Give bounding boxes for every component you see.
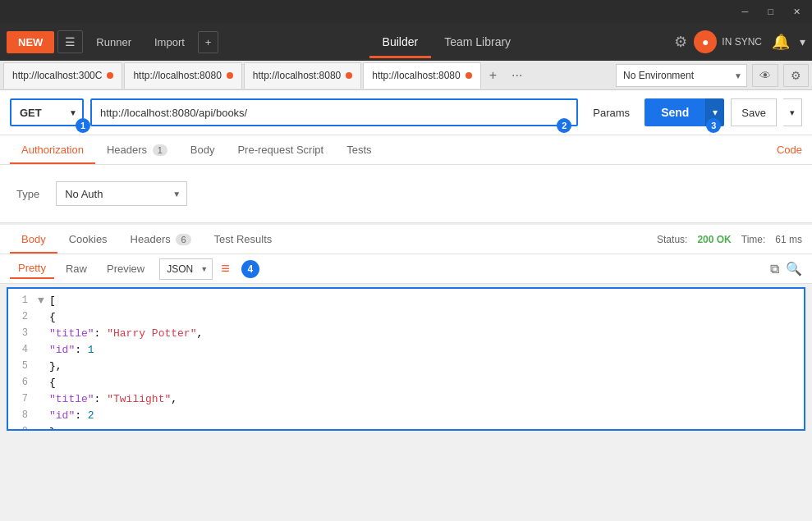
nav-center: Builder Team Library [222, 25, 671, 58]
tabs-bar: http://localhost:300C http://localhost:8… [0, 61, 812, 90]
environment-select-wrapper: No EnvironmentDevelopmentProductionStagi… [616, 64, 747, 87]
line-code-1: [ [49, 295, 804, 309]
code-link[interactable]: Code [777, 144, 802, 156]
sidebar-toggle-button[interactable]: ☰ [57, 30, 83, 53]
line-code-8: "id": 2 [49, 409, 804, 424]
new-request-button[interactable]: NEW [7, 31, 54, 53]
new-tab-button[interactable]: + [198, 31, 219, 53]
json-line-6: 6 { [8, 376, 804, 392]
tab-3-label: http://localhost:8080 [372, 70, 460, 81]
settings-icon[interactable]: ⚙ [674, 33, 687, 51]
line-code-4: "id": 1 [49, 344, 804, 359]
line-code-3: "title": "Harry Potter", [49, 327, 804, 342]
line-number-8: 8 [8, 409, 38, 424]
res-tab-cookies-label: Cookies [69, 233, 108, 245]
tab-0[interactable]: http://localhost:300C [3, 62, 122, 89]
add-tab-button[interactable]: + [483, 65, 503, 86]
json-line-3: 3 "title": "Harry Potter", [8, 327, 804, 343]
tab-builder[interactable]: Builder [369, 25, 432, 58]
dropdown-button[interactable]: ▾ [800, 35, 805, 48]
json-content[interactable]: 1▼[2 {3 "title": "Harry Potter",4 "id": … [7, 287, 805, 431]
line-number-4: 4 [8, 344, 38, 359]
tab-headers[interactable]: Headers 1 [95, 137, 179, 164]
tab-3-dot [466, 72, 472, 79]
line-number-7: 7 [8, 393, 38, 408]
wrap-button[interactable]: ≡ [216, 258, 235, 279]
send-button[interactable]: Send [645, 98, 705, 126]
environment-settings-button[interactable]: ⚙ [783, 64, 809, 87]
line-number-6: 6 [8, 377, 38, 391]
res-tab-testresults[interactable]: Test Results [203, 226, 284, 254]
tab-team-library[interactable]: Team Library [431, 25, 524, 58]
runner-button[interactable]: Runner [86, 31, 141, 53]
search-button[interactable]: 🔍 [786, 261, 802, 276]
tab-prerequest[interactable]: Pre-request Script [226, 137, 335, 164]
title-bar: ─ □ ✕ [0, 0, 812, 23]
tab-authorization[interactable]: Authorization [10, 137, 95, 164]
line-number-1: 1 [8, 295, 38, 309]
status-value: 200 OK [697, 234, 731, 245]
fmt-tab-pretty[interactable]: Pretty [10, 258, 54, 279]
method-select[interactable]: GETPOSTPUTDELETEPATCHHEADOPTIONS [10, 98, 84, 126]
tab-authorization-label: Authorization [21, 144, 84, 156]
time-value: 61 ms [775, 234, 802, 245]
res-tab-body-label: Body [21, 233, 46, 245]
json-line-1: 1▼[ [8, 294, 804, 310]
line-toggle-5 [38, 360, 49, 375]
tab-prerequest-label: Pre-request Script [237, 144, 323, 156]
nav-right: ⚙ ● IN SYNC 🔔 ▾ [674, 30, 805, 54]
minimize-button[interactable]: ─ [737, 5, 754, 18]
tab-1[interactable]: http://localhost:8080 [124, 62, 241, 89]
res-tab-body[interactable]: Body [10, 226, 57, 254]
save-button[interactable]: Save [731, 98, 777, 126]
fmt-tab-raw[interactable]: Raw [57, 259, 95, 278]
sync-button[interactable]: ● IN SYNC [694, 30, 762, 53]
environment-select[interactable]: No EnvironmentDevelopmentProductionStagi… [616, 64, 747, 87]
res-tab-cookies[interactable]: Cookies [57, 226, 119, 254]
line-toggle-4 [38, 344, 49, 359]
url-input[interactable] [90, 98, 578, 126]
tab-0-dot [107, 72, 113, 79]
horizontal-scrollbar[interactable] [7, 434, 805, 441]
tab-2-dot [346, 72, 352, 79]
line-number-3: 3 [8, 327, 38, 342]
tab-tests[interactable]: Tests [335, 137, 383, 164]
body-toolbar-right: ⧉ 🔍 [770, 261, 802, 276]
tab-headers-badge: 1 [153, 144, 167, 156]
tab-body-label: Body [190, 144, 215, 156]
auth-type-wrapper: No AuthBearer TokenBasic AuthOAuth 2.0AP… [56, 181, 187, 206]
res-tab-headers-label: Headers [131, 233, 171, 245]
nav-bar: NEW ☰ Runner Import + Builder Team Libra… [0, 23, 812, 61]
status-info: Status: 200 OK Time: 61 ms [657, 234, 802, 245]
line-code-2: { [49, 311, 804, 326]
tab-2[interactable]: http://localhost:8080 [244, 62, 361, 89]
copy-button[interactable]: ⧉ [770, 261, 779, 276]
tab-3[interactable]: http://localhost:8080 [363, 62, 480, 89]
auth-section: Type No AuthBearer TokenBasic AuthOAuth … [0, 165, 812, 223]
line-number-9: 9 [8, 426, 38, 431]
environment-eye-button[interactable]: 👁 [752, 64, 778, 87]
send-btn-wrapper: Send ▾ 3 [645, 98, 724, 126]
tab-headers-label: Headers [107, 144, 147, 156]
tab-body[interactable]: Body [179, 137, 227, 164]
params-button[interactable]: Params [585, 102, 638, 124]
response-header: Body Cookies Headers 6 Test Results Stat… [0, 225, 812, 254]
line-toggle-1[interactable]: ▼ [38, 295, 49, 309]
tab-2-label: http://localhost:8080 [253, 70, 341, 81]
notifications-button[interactable]: 🔔 [768, 30, 793, 54]
res-tab-headers[interactable]: Headers 6 [119, 226, 203, 254]
fmt-tab-preview[interactable]: Preview [99, 259, 153, 278]
close-button[interactable]: ✕ [788, 5, 805, 19]
auth-type-select[interactable]: No AuthBearer TokenBasic AuthOAuth 2.0AP… [56, 181, 187, 206]
import-button[interactable]: Import [145, 31, 195, 53]
save-dropdown-button[interactable]: ▾ [783, 98, 802, 126]
json-line-9: 9 }, [8, 425, 804, 431]
more-tabs-button[interactable]: ··· [505, 65, 529, 86]
line-code-7: "title": "Twilight", [49, 393, 804, 408]
tab-tests-label: Tests [346, 144, 371, 156]
tab-1-label: http://localhost:8080 [133, 70, 221, 81]
tab-0-label: http://localhost:300C [12, 70, 102, 81]
maximize-button[interactable]: □ [763, 5, 778, 18]
json-line-5: 5 }, [8, 359, 804, 376]
format-select[interactable]: JSONXMLHTMLText [159, 258, 213, 280]
